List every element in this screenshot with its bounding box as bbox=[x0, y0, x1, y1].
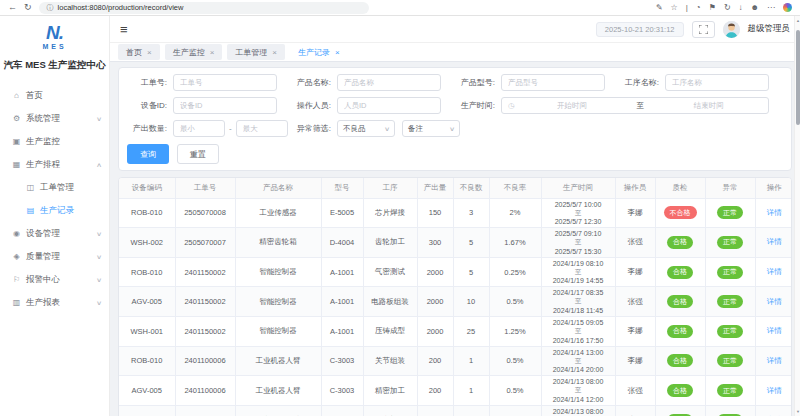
sidebar-item-生产报表[interactable]: ▥生产报表∨ bbox=[0, 291, 109, 314]
sidebar-item-label: 生产监控 bbox=[26, 136, 60, 148]
chevron-down-icon: ∨ bbox=[449, 125, 455, 132]
reset-button[interactable]: 重置 bbox=[177, 144, 219, 164]
time-end: 2024/1/16 17:50 bbox=[544, 336, 613, 345]
sidebar-item-质量管理[interactable]: ◈质量管理∨ bbox=[0, 245, 109, 268]
scroll-down-icon[interactable]: ▼ bbox=[795, 409, 800, 414]
time-to: 至 bbox=[544, 297, 613, 305]
time-end: 2024/1/18 11:45 bbox=[544, 306, 613, 315]
output-min-input[interactable] bbox=[173, 120, 225, 137]
model-cell: E-5005 bbox=[321, 198, 363, 228]
sidebar-item-报警中心[interactable]: ⚐报警中心∨ bbox=[0, 268, 109, 291]
username[interactable]: 超级管理员 bbox=[748, 23, 791, 35]
process-label: 工序名称: bbox=[619, 77, 665, 88]
extension-icon[interactable]: ◔ bbox=[696, 4, 701, 12]
monitor-icon: ▣ bbox=[12, 137, 21, 146]
sidebar-item-label: 生产排程 bbox=[26, 159, 60, 171]
clock-timestamp: 2025-10-21 20:31:12 bbox=[596, 22, 684, 37]
close-icon[interactable]: × bbox=[272, 48, 277, 57]
fullscreen-button[interactable] bbox=[692, 21, 715, 38]
detail-link[interactable]: 详情 bbox=[767, 356, 782, 365]
refresh-icon[interactable]: ↻ bbox=[24, 3, 32, 12]
back-icon[interactable]: ← bbox=[8, 3, 17, 12]
time-to: 至 bbox=[544, 386, 613, 394]
chevron-down-icon: ∨ bbox=[96, 299, 102, 306]
device-cell: WSH-001 bbox=[119, 317, 175, 347]
avatar[interactable] bbox=[723, 21, 740, 38]
defective-select[interactable]: 不良品 ∨ bbox=[337, 120, 395, 137]
close-icon[interactable]: × bbox=[210, 48, 215, 57]
abnormal-cell: 正常 bbox=[705, 257, 755, 287]
close-icon[interactable]: × bbox=[335, 48, 340, 57]
detail-link[interactable]: 详情 bbox=[767, 297, 782, 306]
device-cell: AGV-006 bbox=[119, 405, 175, 416]
sidebar-item-生产记录[interactable]: ▤生产记录 bbox=[0, 199, 109, 222]
action-cell: 详情 bbox=[755, 198, 792, 228]
detail-link[interactable]: 详情 bbox=[767, 386, 782, 395]
qc-badge: 合格 bbox=[667, 354, 693, 367]
detail-link[interactable]: 详情 bbox=[767, 208, 782, 217]
remark-select[interactable]: 备注 ∨ bbox=[402, 120, 460, 137]
download-icon[interactable]: ↓ bbox=[739, 4, 743, 12]
pen-icon[interactable]: ✎ bbox=[656, 4, 663, 12]
scroll-up-icon[interactable]: ▲ bbox=[795, 18, 800, 23]
abnormal-badge: 正常 bbox=[717, 236, 743, 249]
sidebar-item-label: 生产报表 bbox=[26, 297, 60, 309]
hamburger-icon[interactable]: ≡ bbox=[120, 22, 128, 37]
order-cell: 2401100006 bbox=[175, 376, 235, 406]
sidebar-item-设备管理[interactable]: ◉设备管理∨ bbox=[0, 222, 109, 245]
operator-cell: 李娜 bbox=[615, 257, 655, 287]
history-icon[interactable]: ↻ bbox=[724, 4, 731, 12]
operator-input[interactable] bbox=[337, 97, 441, 114]
sidebar-item-label: 质量管理 bbox=[26, 251, 60, 263]
tab-工单管理[interactable]: 工单管理× bbox=[227, 44, 285, 60]
order-input[interactable] bbox=[173, 74, 277, 91]
abnormal-cell: 正常 bbox=[705, 317, 755, 347]
record-icon: ▤ bbox=[26, 206, 35, 215]
qc-badge: 合格 bbox=[667, 295, 693, 308]
output-max-input[interactable] bbox=[236, 120, 288, 137]
time-cell: 2025/5/7 09:10至2025/5/7 15:30 bbox=[541, 228, 615, 258]
more-icon[interactable]: ⋯ bbox=[767, 4, 775, 12]
window-scrollbar[interactable]: ▲ ▼ bbox=[794, 16, 800, 416]
site-info-icon[interactable]: ⓘ bbox=[47, 4, 54, 11]
sidebar-item-系统管理[interactable]: ⚙系统管理∨ bbox=[0, 107, 109, 130]
profile-icon[interactable]: ☻ bbox=[751, 4, 759, 12]
copilot-icon[interactable] bbox=[783, 3, 792, 12]
search-button[interactable]: 查询 bbox=[127, 144, 169, 164]
abnormal-cell: 正常 bbox=[705, 346, 755, 376]
output-cell: 200 bbox=[417, 405, 453, 416]
close-icon[interactable]: × bbox=[147, 48, 152, 57]
url-bar[interactable]: ⓘ localhost:8080/production/record/view bbox=[39, 2, 369, 14]
remark-select-value: 备注 bbox=[408, 124, 423, 134]
scrollbar-thumb[interactable] bbox=[796, 30, 800, 125]
qc-badge: 不合格 bbox=[664, 206, 697, 219]
operator-cell: 李娜 bbox=[615, 317, 655, 347]
defects-cell: 1 bbox=[453, 376, 489, 406]
detail-link[interactable]: 详情 bbox=[767, 326, 782, 335]
defects-cell: 5 bbox=[453, 228, 489, 258]
sidebar-item-生产排程[interactable]: ▦生产排程∧ bbox=[0, 153, 109, 176]
sidebar-item-生产监控[interactable]: ▣生产监控 bbox=[0, 130, 109, 153]
output-label: 产出数量: bbox=[127, 123, 173, 134]
process-input[interactable] bbox=[665, 74, 769, 91]
device-input[interactable] bbox=[173, 97, 277, 114]
sidebar-item-工单管理[interactable]: ◫工单管理 bbox=[0, 176, 109, 199]
detail-link[interactable]: 详情 bbox=[767, 267, 782, 276]
product-input[interactable] bbox=[337, 74, 441, 91]
range-dash: - bbox=[225, 124, 236, 133]
collections-icon[interactable]: ⚑ bbox=[709, 4, 716, 12]
tab-生产记录[interactable]: 生产记录× bbox=[290, 44, 348, 60]
column-header: 产品名称 bbox=[235, 178, 321, 198]
device-icon: ◉ bbox=[12, 229, 21, 238]
model-input[interactable] bbox=[501, 74, 605, 91]
device-cell: ROB-010 bbox=[119, 198, 175, 228]
sidebar-item-首页[interactable]: ⌂首页 bbox=[0, 84, 109, 107]
detail-link[interactable]: 详情 bbox=[767, 237, 782, 246]
time-start: 2024/1/17 08:35 bbox=[544, 288, 613, 297]
tab-生产监控[interactable]: 生产监控× bbox=[165, 44, 223, 60]
date-range-picker[interactable]: ◷ 开始时间 至 结束时间 bbox=[501, 97, 769, 114]
divider: | bbox=[686, 4, 688, 12]
tab-首页[interactable]: 首页× bbox=[118, 44, 160, 60]
qc-badge: 合格 bbox=[667, 266, 693, 279]
favorite-star-icon[interactable]: ☆ bbox=[671, 4, 678, 12]
